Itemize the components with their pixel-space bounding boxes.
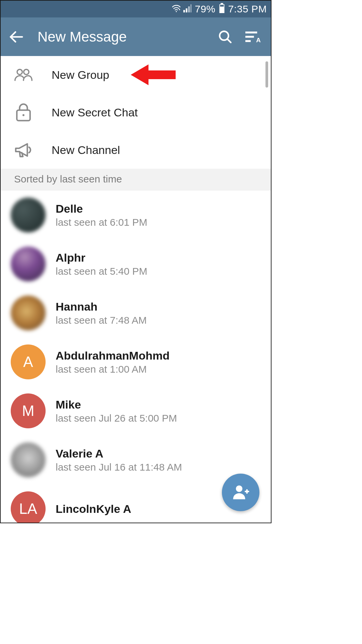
svg-rect-3 [188,6,190,12]
svg-rect-1 [183,10,185,12]
new-group-label: New Group [52,68,109,82]
page-title: New Message [38,29,217,45]
contact-status: last seen Jul 26 at 5:00 PM [56,413,177,424]
avatar [11,296,46,330]
contact-name: Delle [56,202,147,215]
contact-info: Valerie Alast seen Jul 16 at 11:48 AM [56,447,182,473]
contact-row[interactable]: Alphrlast seen at 5:40 PM [1,239,271,288]
contacts-list[interactable]: Dellelast seen at 6:01 PMAlphrlast seen … [1,191,271,523]
svg-point-0 [176,11,177,12]
svg-rect-11 [245,32,257,34]
svg-text:A: A [256,37,261,44]
contact-name: Alphr [56,251,147,264]
svg-point-19 [22,114,24,116]
svg-marker-17 [131,64,176,85]
contact-status: last seen at 6:01 PM [56,217,147,228]
content-area: New Group New Secret Chat [1,56,271,523]
svg-rect-22 [246,489,248,494]
new-secret-chat-label: New Secret Chat [52,106,138,119]
contact-row[interactable]: AAbdulrahmanMohmdlast seen at 1:00 AM [1,337,271,386]
contact-name: Mike [56,398,177,411]
status-icons [171,3,191,15]
contact-name: AbdulrahmanMohmd [56,349,170,362]
device-frame: 79% 7:35 PM New Message [0,0,272,523]
contact-name: Hannah [56,300,147,313]
back-button[interactable] [8,29,24,45]
contact-info: AbdulrahmanMohmdlast seen at 1:00 AM [56,349,170,375]
add-person-icon [232,483,250,502]
svg-rect-13 [245,40,251,42]
avatar [11,247,46,281]
svg-rect-5 [221,3,223,4]
app-bar: New Message A [1,17,271,56]
svg-point-16 [24,69,29,74]
search-button[interactable] [217,29,233,45]
avatar: LA [11,491,46,523]
contact-row[interactable]: Dellelast seen at 6:01 PM [1,191,271,239]
avatar [11,442,46,477]
svg-line-10 [227,39,231,42]
battery-percent: 79% [195,3,216,15]
contact-name: LincolnKyle A [56,502,131,516]
avatar: A [11,344,46,379]
avatar: M [11,393,46,428]
status-time: 7:35 PM [228,3,267,15]
contact-row[interactable]: Hannahlast seen at 7:48 AM [1,288,271,337]
new-channel-button[interactable]: New Channel [1,131,271,169]
contact-row[interactable]: MMikelast seen Jul 26 at 5:00 PM [1,386,271,435]
contact-status: last seen Jul 16 at 11:48 AM [56,462,182,473]
new-group-button[interactable]: New Group [1,56,271,94]
app-bar-actions: A [217,29,261,45]
contact-status: last seen at 1:00 AM [56,364,170,375]
new-channel-label: New Channel [52,144,120,157]
megaphone-icon [14,141,33,159]
svg-marker-4 [191,4,191,12]
contact-info: LincolnKyle A [56,502,131,516]
wifi-icon [171,3,181,15]
contact-status: last seen at 7:48 AM [56,315,147,326]
contact-info: Mikelast seen Jul 26 at 5:00 PM [56,398,177,424]
contact-info: Dellelast seen at 6:01 PM [56,202,147,228]
avatar [11,198,46,232]
sort-button[interactable]: A [245,29,261,45]
new-secret-chat-button[interactable]: New Secret Chat [1,94,271,131]
contact-name: Valerie A [56,447,182,460]
contact-info: Alphrlast seen at 5:40 PM [56,251,147,277]
svg-point-15 [17,69,22,74]
status-bar: 79% 7:35 PM [1,1,271,17]
contact-info: Hannahlast seen at 7:48 AM [56,300,147,326]
annotation-arrow-icon [130,63,177,87]
battery-icon [219,3,225,15]
svg-point-20 [236,485,243,492]
svg-rect-12 [245,36,254,38]
lock-icon [14,103,33,122]
svg-rect-7 [220,5,224,6]
scroll-indicator[interactable] [265,61,268,88]
add-contact-fab[interactable] [222,474,259,511]
section-header: Sorted by last seen time [1,169,271,191]
group-icon [14,65,33,84]
svg-rect-2 [186,8,187,12]
signal-icon [183,3,191,15]
contact-status: last seen at 5:40 PM [56,266,147,277]
